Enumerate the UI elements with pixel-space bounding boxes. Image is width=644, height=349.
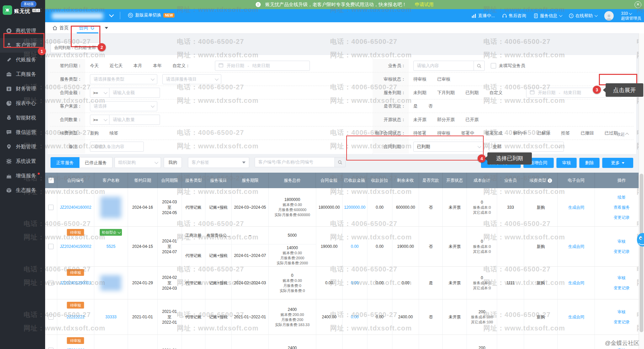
generate-contract-link[interactable]: 生成合同 bbox=[568, 244, 584, 249]
filter-option[interactable]: 否 bbox=[428, 103, 433, 109]
mine-button[interactable]: 我的 bbox=[164, 157, 182, 168]
column-header[interactable]: 服务总价 bbox=[269, 173, 316, 188]
operation-link[interactable]: 审核 bbox=[618, 309, 626, 315]
filter-option[interactable]: 已审核 bbox=[437, 76, 450, 82]
search-icon[interactable] bbox=[474, 61, 485, 71]
sidebar-item-crown[interactable]: 增值服务 bbox=[0, 169, 45, 183]
filter-option[interactable]: 签署完成 bbox=[485, 130, 503, 136]
filter-option[interactable]: 拒签 bbox=[561, 130, 570, 136]
column-header[interactable]: 业务员 bbox=[497, 173, 524, 188]
company-switch-caret-icon[interactable] bbox=[109, 12, 114, 17]
assistant-mascot-icon[interactable] bbox=[635, 232, 644, 248]
unfilled-salesman-checkbox[interactable] bbox=[491, 63, 496, 68]
company-name-redacted[interactable] bbox=[52, 13, 103, 19]
generate-contract-link[interactable]: 生成合同 bbox=[568, 205, 584, 210]
select-all-checkbox[interactable] bbox=[49, 178, 54, 183]
promo-apply-link[interactable]: 申请试用 bbox=[415, 2, 434, 8]
column-header[interactable]: 合同期限 bbox=[158, 173, 182, 188]
filter-select[interactable]: 已到期 bbox=[413, 142, 484, 152]
sidebar-item-chat[interactable]: 微信运营 bbox=[0, 125, 45, 140]
aftersale-support[interactable]: 售后咨询 bbox=[502, 13, 526, 19]
operation-link[interactable]: 变更记录 bbox=[614, 319, 630, 325]
search-input[interactable]: 客户编号/客户名称/合同编号 bbox=[258, 159, 313, 165]
filter-option[interactable]: 自定义 bbox=[489, 90, 503, 96]
toolbar-button-4[interactable]: 删除 bbox=[579, 158, 600, 168]
column-header[interactable]: 服务类型 bbox=[182, 173, 205, 188]
generate-contract-link[interactable]: 生成合同 bbox=[568, 314, 584, 320]
row-checkbox[interactable] bbox=[48, 280, 54, 286]
sidebar-item-yen[interactable]: ¥财务管理 bbox=[0, 82, 45, 96]
sidebar-item-bag[interactable]: ¥智能财税 bbox=[0, 111, 45, 125]
operation-link[interactable]: 变更记录 bbox=[614, 285, 630, 291]
sidebar-item-coin[interactable]: 商机管理 bbox=[0, 24, 45, 38]
filter-option[interactable]: 签署中 bbox=[461, 130, 474, 136]
filter-option[interactable]: 待审核 bbox=[413, 76, 426, 82]
tab-home[interactable]: 首页 bbox=[53, 22, 69, 33]
column-header[interactable]: 签约日期 bbox=[128, 173, 158, 188]
filter-option[interactable]: 未到期 bbox=[413, 90, 426, 96]
toolbar-button-3[interactable]: 审核 bbox=[556, 158, 577, 168]
row-checkbox[interactable] bbox=[48, 244, 54, 249]
column-header[interactable]: 是否完款 bbox=[419, 173, 443, 188]
column-header[interactable]: 服务项目 bbox=[205, 173, 232, 188]
segment-normal-service[interactable]: 正常服务 bbox=[51, 157, 79, 168]
tab-contract[interactable]: 合同 bbox=[79, 22, 95, 33]
vertical-scrollbar[interactable] bbox=[639, 33, 644, 349]
column-header[interactable]: 成本合计 bbox=[467, 173, 497, 188]
sidebar-item-pin[interactable]: 外勤管理 bbox=[0, 140, 45, 154]
filter-option[interactable]: 已解除 bbox=[537, 130, 550, 136]
search-icon[interactable] bbox=[335, 157, 346, 167]
customer-tag-select[interactable]: 客户标签 bbox=[188, 157, 249, 168]
contract-no-link[interactable]: JZ202404160002 bbox=[60, 205, 91, 210]
filter-option[interactable]: 部分开票 bbox=[437, 117, 455, 123]
operation-link[interactable]: 审核 bbox=[618, 239, 626, 244]
online-help-menu[interactable]: ? 在线帮助 bbox=[569, 13, 597, 19]
filter-option[interactable]: 已到期 bbox=[465, 90, 479, 96]
sidebar-item-pen[interactable]: 代账服务 bbox=[0, 53, 45, 67]
customer-name-link[interactable]: 5525 bbox=[106, 244, 116, 249]
filter-select[interactable]: 全部 bbox=[489, 142, 564, 152]
filter-option[interactable]: 下月到期 bbox=[437, 90, 455, 96]
column-header[interactable]: 开票状态 bbox=[443, 173, 467, 188]
collapse-button[interactable]: 收起 bbox=[617, 132, 629, 137]
menu-switch-button[interactable]: 新版菜单切换 NEW bbox=[128, 12, 174, 18]
filter-option[interactable]: 已撤回 bbox=[581, 130, 594, 136]
column-header[interactable]: 服务期限 bbox=[232, 173, 269, 188]
operation-link[interactable]: 续签 bbox=[618, 195, 626, 200]
operation-link[interactable]: 审核 bbox=[618, 348, 626, 349]
contract-no-link[interactable]: 22222222 bbox=[67, 314, 85, 320]
user-menu[interactable]: 333 超级管理员 bbox=[621, 11, 641, 21]
operation-link[interactable]: 变更记录 bbox=[614, 249, 630, 254]
filter-option[interactable]: 待审核 bbox=[437, 130, 450, 136]
customer-name-link[interactable]: 33333 bbox=[105, 314, 117, 320]
customer-type-badge[interactable]: 初创型企 bbox=[100, 229, 122, 236]
salesman-input[interactable]: 请输入内容 bbox=[413, 61, 474, 71]
column-header[interactable]: 剩余未收 bbox=[392, 173, 419, 188]
filter-option[interactable]: 解约中 bbox=[513, 130, 526, 136]
row-checkbox[interactable] bbox=[48, 348, 54, 349]
column-header[interactable]: 合同金额 bbox=[316, 173, 342, 188]
filter-option[interactable]: 已开票 bbox=[465, 117, 479, 123]
generate-contract-link[interactable]: 生成合同 bbox=[568, 280, 584, 286]
column-header[interactable]: 合同编号 bbox=[57, 173, 94, 188]
live-status[interactable]: 直播中... bbox=[472, 13, 495, 19]
column-header[interactable]: 操作 bbox=[595, 173, 639, 188]
segment-stopped-service[interactable]: 已停止服务 bbox=[79, 157, 112, 168]
banner-close-icon[interactable]: ✕ bbox=[635, 1, 641, 8]
sidebar-item-pie[interactable]: 报表中心 bbox=[0, 96, 45, 111]
operation-link[interactable]: 审核 bbox=[618, 275, 626, 281]
org-structure-select[interactable]: 组织架构 bbox=[115, 157, 161, 168]
filter-option[interactable]: 待签署 bbox=[413, 130, 426, 136]
column-header[interactable]: 续费类型i bbox=[524, 173, 558, 188]
service-info-menu[interactable]: 服务信息 bbox=[534, 13, 561, 19]
tab-list-dropdown[interactable] bbox=[102, 25, 111, 31]
sidebar-item-cube[interactable]: 生态服务 bbox=[0, 183, 45, 198]
scrollbar-thumb[interactable] bbox=[640, 174, 643, 332]
row-checkbox[interactable] bbox=[48, 314, 54, 320]
contract-no-link[interactable]: JZ202404150002 bbox=[60, 244, 91, 249]
filter-option[interactable]: 是 bbox=[413, 103, 418, 109]
column-header[interactable]: 收款折扣 bbox=[367, 173, 392, 188]
contract-no-link[interactable]: JZ202401290001 bbox=[60, 280, 91, 286]
filter-option[interactable]: 已过期 bbox=[605, 130, 618, 136]
contract-no-link[interactable]: JZ201608 bbox=[67, 348, 85, 349]
